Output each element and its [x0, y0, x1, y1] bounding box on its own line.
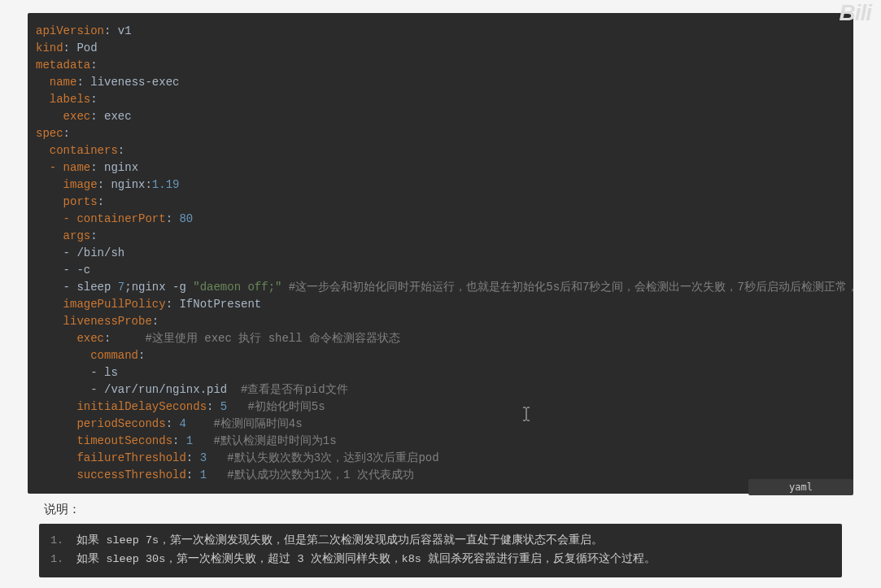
yaml-key: ports: [36, 195, 98, 208]
notes-block: 1. 如果 sleep 7s，第一次检测发现失败，但是第二次检测发现成功后容器就…: [39, 524, 842, 577]
watermark-logo: Bili: [839, 0, 871, 26]
yaml-key: containers: [36, 144, 118, 157]
comment: #查看是否有pid文件: [241, 383, 348, 396]
yaml-key: name: [36, 76, 76, 89]
yaml-key: labels: [36, 93, 90, 106]
comment: #默认成功次数为1次，1 次代表成功: [207, 468, 414, 481]
comment: #初始化时间5s: [227, 400, 325, 413]
yaml-key: apiVersion: [36, 24, 104, 37]
language-badge: yaml: [748, 479, 853, 495]
yaml-key: successThreshold: [36, 468, 186, 481]
yaml-key: initialDelaySeconds: [36, 400, 207, 413]
yaml-key: metadata: [36, 59, 90, 72]
list-number: 1.: [50, 553, 63, 565]
yaml-key: failureThreshold: [36, 451, 186, 464]
yaml-key: exec: [36, 110, 90, 123]
comment: #默认失败次数为3次，达到3次后重启pod: [207, 451, 439, 464]
note-line: 1. 如果 sleep 30s，第一次检测失败，超过 3 次检测同样失败，k8s…: [50, 551, 831, 569]
yaml-key: imagePullPolicy: [36, 298, 166, 311]
note-line: 1. 如果 sleep 7s，第一次检测发现失败，但是第二次检测发现成功后容器就…: [50, 532, 831, 551]
comment: #这一步会和初始化同时开始运行，也就是在初始化5s后和7秒之间，会检测出一次失败…: [281, 281, 853, 294]
yaml-key: kind: [36, 41, 63, 54]
yaml-key: args: [36, 229, 90, 242]
yaml-key: livenessProbe: [36, 315, 152, 328]
yaml-key: spec: [36, 127, 63, 140]
yaml-key: exec: [36, 332, 104, 345]
list-number: 1.: [50, 534, 63, 547]
comment: #检测间隔时间4s: [186, 417, 303, 430]
yaml-key: - name: [36, 161, 90, 174]
yaml-key: periodSeconds: [36, 417, 166, 430]
yaml-key: command: [36, 349, 138, 362]
yaml-code-block: apiVersion: v1 kind: Pod metadata: name:…: [28, 13, 853, 494]
explanation-section: yaml 说明： 1. 如果 sleep 7s，第一次检测发现失败，但是第二次检…: [28, 502, 853, 577]
yaml-key: - containerPort: [36, 212, 166, 225]
comment: #默认检测超时时间为1s: [193, 434, 336, 447]
yaml-key: timeoutSeconds: [36, 434, 172, 447]
yaml-key: image: [36, 178, 98, 191]
comment: #这里使用 exec 执行 shell 命令检测容器状态: [145, 332, 400, 345]
explain-label: 说明：: [44, 502, 853, 517]
